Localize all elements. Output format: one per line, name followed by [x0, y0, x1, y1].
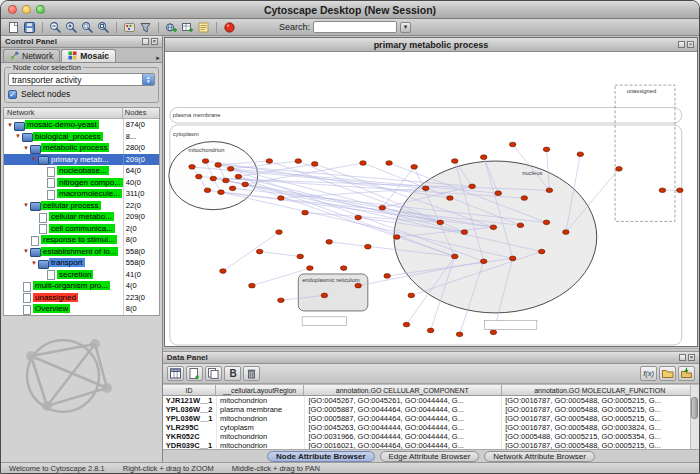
network-node[interactable]	[326, 239, 333, 244]
tree-row-overview[interactable]: Overview8(0	[4, 303, 159, 315]
import-network-icon[interactable]	[165, 21, 178, 34]
open-folder-icon[interactable]	[659, 366, 676, 381]
network-node[interactable]	[384, 274, 391, 279]
network-node[interactable]	[189, 165, 196, 170]
search-input[interactable]	[313, 21, 397, 33]
network-node[interactable]	[422, 186, 429, 191]
network-node[interactable]	[379, 205, 386, 210]
copy-attribute-icon[interactable]	[205, 366, 222, 381]
network-node[interactable]	[451, 159, 458, 164]
network-node[interactable]	[446, 196, 453, 201]
network-node[interactable]	[521, 196, 528, 201]
network-node[interactable]	[364, 244, 371, 249]
network-node[interactable]	[577, 152, 584, 157]
table-cell[interactable]: [GO:0016787, GO:0005488, GO:0005215, G..…	[502, 441, 699, 449]
table-row-ydr039c-1[interactable]: YDR039C__1mitochondrion[GO:0016021, GO:0…	[163, 441, 699, 449]
tree-row-multi-organism-pro[interactable]: multi-organism pro...4(0	[4, 280, 159, 292]
network-node[interactable]	[562, 230, 569, 235]
network-node[interactable]	[411, 165, 418, 170]
tree-row-metabolic-process[interactable]: ▼metabolic process280(0	[4, 142, 159, 154]
tree-row-transport[interactable]: ▼transport558(0	[4, 257, 159, 269]
table-cell[interactable]: mitochondrion	[217, 414, 305, 423]
tree-row-cell-communica[interactable]: cell communica...2(0	[4, 223, 159, 235]
network-node[interactable]	[235, 174, 242, 179]
network-node[interactable]	[676, 188, 683, 193]
network-node[interactable]	[202, 159, 209, 164]
expand-arrow-icon[interactable]: ▼	[30, 260, 38, 266]
network-node[interactable]	[509, 142, 516, 147]
function-builder-icon[interactable]: f(x)	[640, 366, 657, 381]
network-node[interactable]	[469, 184, 476, 189]
table-cell[interactable]: YKR052C	[163, 432, 217, 441]
tree-row-secretion[interactable]: secretion41(0	[4, 269, 159, 281]
network-node[interactable]	[277, 298, 284, 303]
table-cell[interactable]: [GO:0005887, GO:0044464, GO:0044444, G..…	[305, 405, 502, 414]
expand-arrow-icon[interactable]: ▼	[14, 133, 22, 139]
network-node[interactable]	[195, 174, 202, 179]
close-network-icon[interactable]: ×	[687, 41, 694, 48]
table-column-cellularlayoutregion[interactable]: __cellularLayoutRegion	[216, 385, 304, 395]
network-node[interactable]	[403, 322, 410, 327]
network-node[interactable]	[215, 163, 222, 168]
network-node[interactable]	[248, 283, 255, 288]
tree-column-network[interactable]: Network	[4, 108, 123, 118]
network-node[interactable]	[456, 332, 463, 337]
table-cell[interactable]: plasma membrane	[217, 405, 305, 414]
maximize-network-icon[interactable]	[678, 41, 685, 48]
network-node[interactable]	[277, 196, 284, 201]
network-node[interactable]	[256, 249, 263, 254]
network-node[interactable]	[615, 166, 622, 171]
expand-arrow-icon[interactable]: ▼	[30, 156, 38, 162]
close-window-button[interactable]	[8, 5, 17, 14]
select-nodes-checkbox[interactable]: ✓	[8, 90, 17, 99]
table-cell[interactable]: [GO:0031966, GO:0044444, GO:0044444, G..…	[305, 432, 502, 441]
network-node[interactable]	[219, 269, 226, 274]
table-cell[interactable]: [GO:0045267, GO:0045261, GO:0044444, G..…	[305, 396, 502, 405]
table-row-ykr052c[interactable]: YKR052Cmitochondrion[GO:0031966, GO:0044…	[163, 432, 699, 441]
annotation-icon[interactable]	[197, 21, 210, 34]
network-node[interactable]	[543, 147, 550, 152]
zoom-fit-icon[interactable]	[97, 21, 110, 34]
network-node[interactable]	[490, 330, 497, 335]
table-cell[interactable]: [GO:0005887, GO:0044464, GO:0044444, G..…	[305, 414, 502, 423]
bold-attribute-icon[interactable]: B	[224, 366, 241, 381]
table-cell[interactable]: YJR121W__1	[163, 396, 217, 405]
table-cell[interactable]: YDR039C__1	[163, 441, 217, 449]
network-node[interactable]	[266, 159, 273, 164]
network-node[interactable]	[360, 161, 367, 166]
network-node[interactable]	[437, 220, 444, 225]
tree-row-nitrogen-compo[interactable]: nitrogen compo...40(0	[4, 177, 159, 189]
table-cell[interactable]: cytoplasm	[217, 423, 305, 432]
network-node[interactable]	[427, 328, 434, 333]
tab-network[interactable]: Network	[3, 49, 60, 62]
close-panel-icon[interactable]: ×	[151, 38, 158, 45]
record-icon[interactable]	[223, 21, 236, 34]
network-node[interactable]	[311, 162, 318, 167]
table-cell[interactable]: [GO:0016787, GO:0005488, GO:0005215, G..…	[502, 414, 699, 423]
network-canvas[interactable]: plasma membranecytoplasmmitochondrionnuc…	[165, 52, 697, 346]
tree-row-biological-process[interactable]: ▼biological_process8...	[4, 131, 159, 143]
table-cell[interactable]: [GO:0005488, GO:0005215, GO:0005354, G..…	[502, 432, 699, 441]
minimize-window-button[interactable]	[22, 5, 31, 14]
network-node[interactable]	[340, 266, 347, 271]
network-node[interactable]	[242, 182, 249, 187]
tree-row-macromolecule[interactable]: macromolecule...311(0	[4, 188, 159, 200]
tab-network-attribute-browser[interactable]: Network Attribute Browser	[484, 451, 594, 462]
tab-scroll-right-icon[interactable]: ▸	[156, 54, 160, 62]
new-session-icon[interactable]	[7, 21, 20, 34]
network-node[interactable]	[461, 230, 468, 235]
tree-column-nodes[interactable]: Nodes	[123, 108, 159, 118]
vizmapper-icon[interactable]	[123, 21, 136, 34]
tree-row-cellular-process[interactable]: ▼cellular process22(0	[4, 200, 159, 212]
tree-row-cellular-metabo[interactable]: cellular metabo...209(0	[4, 211, 159, 223]
network-node[interactable]	[321, 293, 328, 298]
network-node[interactable]	[210, 176, 217, 181]
table-column-annotation-go-cellular-component[interactable]: annotation.GO CELLULAR_COMPONENT	[304, 385, 501, 395]
network-node[interactable]	[297, 254, 304, 259]
delete-attribute-icon[interactable]	[243, 366, 260, 381]
create-attribute-icon[interactable]	[186, 366, 203, 381]
expand-arrow-icon[interactable]: ▼	[22, 248, 30, 254]
network-node[interactable]	[355, 215, 362, 220]
expand-arrow-icon[interactable]: ▼	[6, 122, 14, 128]
network-node[interactable]	[302, 210, 309, 215]
